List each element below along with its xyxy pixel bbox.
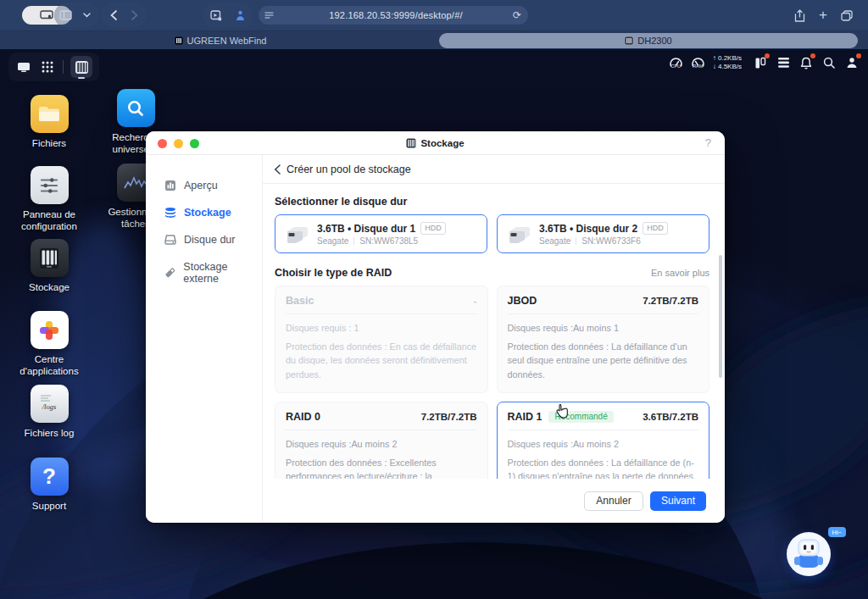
raid-disks-required: Disques requis :Au moins 2 bbox=[508, 437, 699, 452]
app-center-icon bbox=[38, 319, 60, 341]
usb-icon bbox=[164, 267, 175, 279]
raid-capacity: - bbox=[474, 296, 477, 306]
disk-name: 3.6TB • Disque dur 2 bbox=[539, 223, 637, 235]
disk-drive-icon bbox=[506, 225, 531, 243]
share-icon[interactable] bbox=[788, 4, 810, 26]
sidebar-item-stockage-externe[interactable]: Stockage externe bbox=[146, 253, 262, 292]
widgets-icon[interactable] bbox=[753, 55, 768, 70]
disk-card-2[interactable]: 3.6TB • Disque dur 2 HDD Seagate SN:WW67… bbox=[497, 214, 709, 253]
status-tray: CPU RAM ↑ 0.2KB/s ↓ 4.5KB/s bbox=[669, 54, 860, 71]
window-footer: Annuler Suivant bbox=[263, 479, 725, 523]
desktop-icon-fichiers[interactable]: Fichiers bbox=[8, 95, 90, 149]
scroll-content[interactable]: Sélectionner le disque dur 3.6TB • Disqu… bbox=[263, 184, 725, 479]
sidebar-item-label: Stockage externe bbox=[183, 261, 262, 285]
robot-icon bbox=[793, 537, 825, 571]
raid-card-basic[interactable]: Basic - Disques requis : 1 Protection de… bbox=[275, 286, 488, 393]
raid-name: Basic bbox=[286, 295, 314, 307]
network-speeds[interactable]: ↑ 0.2KB/s ↓ 4.5KB/s bbox=[713, 54, 742, 71]
chevron-down-icon[interactable] bbox=[76, 4, 97, 26]
monitor-icon bbox=[40, 10, 53, 20]
raid-protection: Protection des données : Excellentes per… bbox=[286, 456, 477, 479]
reader-icon[interactable] bbox=[259, 4, 279, 26]
raid-card-jbod[interactable]: JBOD 7.2TB/7.2TB Disques requis :Au moin… bbox=[497, 286, 710, 393]
window-titlebar[interactable]: Stockage ? bbox=[146, 131, 725, 155]
notification-dot bbox=[856, 53, 861, 58]
back-icon[interactable] bbox=[274, 164, 281, 175]
tab-overview-icon[interactable] bbox=[836, 4, 858, 26]
sidebar-toggle-icon[interactable] bbox=[55, 4, 76, 26]
desktop-icon-centre-apps[interactable]: Centre d'applications bbox=[8, 311, 90, 378]
hdd-badge: HDD bbox=[420, 222, 446, 235]
refresh-icon[interactable]: ⟳ bbox=[513, 9, 521, 21]
sidebar-item-stockage[interactable]: Stockage bbox=[146, 199, 262, 226]
url-bar[interactable]: 192.168.20.53:9999/desktop/#/ ⟳ bbox=[259, 6, 528, 25]
user-icon[interactable] bbox=[844, 55, 860, 70]
taskbar-divider bbox=[63, 60, 64, 74]
page-export-icon[interactable] bbox=[205, 4, 227, 26]
overview-icon bbox=[164, 180, 176, 191]
raid-card-raid0[interactable]: RAID 0 7.2TB/7.2TB Disques requis :Au mo… bbox=[275, 402, 488, 479]
icon-label: Centre d'applications bbox=[8, 353, 90, 378]
notification-dot bbox=[810, 53, 815, 58]
raid-disks-required: Disques requis : 1 bbox=[286, 321, 477, 336]
page-title: Créer un pool de stockage bbox=[287, 164, 411, 175]
taskbar-app-stockage[interactable] bbox=[70, 56, 92, 78]
cpu-gauge[interactable]: CPU bbox=[669, 56, 683, 69]
show-desktop-icon[interactable] bbox=[15, 56, 32, 78]
tab-label: DH2300 bbox=[637, 36, 671, 46]
raid-disks-required: Disques requis :Au moins 2 bbox=[286, 437, 477, 452]
raid-capacity: 7.2TB/7.2TB bbox=[421, 412, 477, 422]
activity-graph-icon bbox=[124, 175, 147, 191]
browser-toolbar: 192.168.20.53:9999/desktop/#/ ⟳ + bbox=[0, 0, 868, 31]
disk-sn: SN:WW6738L5 bbox=[359, 236, 418, 246]
desktop-icon-panneau[interactable]: Panneau de configuration bbox=[8, 166, 90, 233]
assistant-avatar[interactable] bbox=[787, 532, 831, 576]
sliders-icon bbox=[39, 176, 59, 195]
sidebar-toggle-group bbox=[54, 3, 98, 27]
raid-section-header: Choisir le type de RAID En savoir plus bbox=[275, 267, 709, 279]
help-icon[interactable]: ? bbox=[705, 136, 711, 149]
scrollbar-thumb[interactable] bbox=[719, 255, 722, 378]
search-icon bbox=[125, 98, 146, 119]
hdd-icon bbox=[164, 234, 176, 246]
tab-dh2300[interactable]: DH2300 bbox=[439, 33, 858, 48]
ram-gauge[interactable]: RAM bbox=[691, 56, 705, 69]
sidebar-item-disque-dur[interactable]: Disque dur bbox=[146, 226, 262, 253]
new-tab-icon[interactable]: + bbox=[812, 4, 834, 26]
svg-text:/logs: /logs bbox=[42, 402, 57, 411]
raid-capacity: 3.6TB/7.2TB bbox=[643, 412, 698, 422]
task-queue-icon[interactable] bbox=[776, 55, 791, 70]
page-tools-group bbox=[203, 3, 253, 27]
bell-icon[interactable] bbox=[798, 55, 814, 70]
assistant-bubble: Hi~ bbox=[828, 527, 846, 537]
forward-icon[interactable] bbox=[124, 4, 145, 26]
learn-more-link[interactable]: En savoir plus bbox=[651, 268, 709, 278]
desktop-icon-support[interactable]: ? Support bbox=[8, 458, 90, 512]
disk-meta: 3.6TB • Disque dur 1 HDD Seagate SN:WW67… bbox=[317, 222, 446, 246]
raid-capacity: 7.2TB/7.2TB bbox=[643, 296, 698, 306]
ram-label: RAM bbox=[693, 64, 703, 69]
disk-card-1[interactable]: 3.6TB • Disque dur 1 HDD Seagate SN:WW67… bbox=[275, 214, 487, 253]
nas-icon bbox=[37, 247, 61, 270]
raid-protection: Protection des données : La défaillance … bbox=[508, 456, 699, 479]
next-button[interactable]: Suivant bbox=[650, 491, 706, 511]
desktop-icon-fichiers-log[interactable]: /logs Fichiers log bbox=[8, 385, 90, 439]
cancel-button[interactable]: Annuler bbox=[584, 491, 643, 511]
raid-card-raid1[interactable]: RAID 1 Recommandé 3.6TB/7.2TB Disques re… bbox=[497, 402, 710, 479]
extension-icon[interactable] bbox=[229, 4, 251, 26]
disk-sn: SN:WW6733F6 bbox=[581, 236, 640, 246]
nav-group bbox=[102, 3, 146, 27]
window-title: Stockage bbox=[420, 138, 464, 148]
tab-ugreen-webfind[interactable]: UGREEN WebFind bbox=[10, 33, 431, 48]
raid-section-title: Choisir le type de RAID bbox=[275, 267, 392, 279]
desktop-icon-stockage[interactable]: Stockage bbox=[8, 239, 90, 293]
download-speed: ↓ 4.5KB/s bbox=[713, 63, 742, 71]
raid-name: JBOD bbox=[508, 295, 537, 307]
search-icon[interactable] bbox=[821, 55, 837, 70]
sidebar-item-apercu[interactable]: Aperçu bbox=[146, 172, 262, 199]
disk-vendor: Seagate bbox=[539, 236, 570, 246]
app-grid-icon[interactable] bbox=[39, 56, 56, 78]
raid-grid: Basic - Disques requis : 1 Protection de… bbox=[275, 286, 709, 479]
back-icon[interactable] bbox=[103, 4, 124, 26]
assistant-widget[interactable]: Hi~ bbox=[787, 527, 846, 580]
